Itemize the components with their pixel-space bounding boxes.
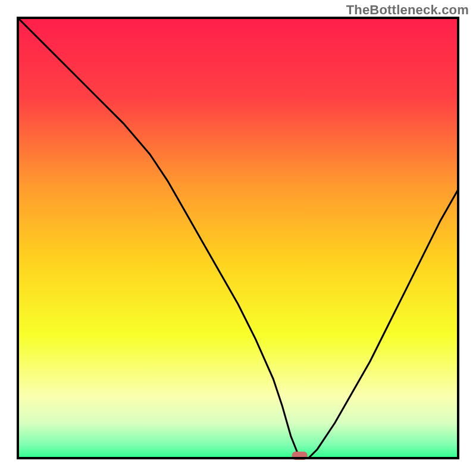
- watermark-text: TheBottleneck.com: [346, 2, 469, 18]
- bottleneck-chart: [0, 0, 476, 476]
- plot-area: [18, 18, 458, 460]
- chart-stage: TheBottleneck.com: [0, 0, 476, 476]
